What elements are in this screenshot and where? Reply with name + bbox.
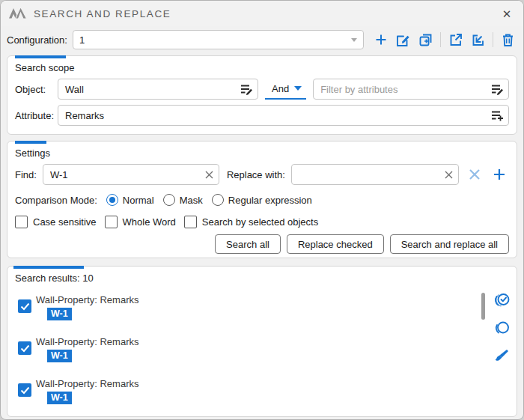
match-highlight: W-1 bbox=[47, 392, 72, 404]
search-by-selected-label: Search by selected objects bbox=[202, 216, 318, 228]
filter-by-attributes-input[interactable] bbox=[320, 84, 488, 95]
delete-configuration-button[interactable] bbox=[499, 31, 517, 49]
result-checkbox-checked[interactable] bbox=[18, 341, 31, 355]
configuration-label: Configuration: bbox=[7, 34, 67, 46]
checkbox-search-by-selected[interactable]: Search by selected objects bbox=[184, 216, 318, 228]
remove-pair-icon bbox=[468, 168, 481, 181]
checkbox-case-sensitive[interactable]: Case sensitive bbox=[15, 216, 97, 228]
result-checkbox-checked[interactable] bbox=[18, 299, 31, 313]
result-label: Wall-Property: Remarks bbox=[36, 378, 138, 390]
radio-icon bbox=[212, 194, 224, 206]
radio-normal[interactable]: Normal bbox=[106, 194, 154, 206]
replace-with-input[interactable] bbox=[299, 169, 441, 180]
active-tab-indicator bbox=[15, 55, 66, 58]
attribute-input[interactable] bbox=[65, 110, 488, 121]
configuration-combobox[interactable]: 1 bbox=[73, 30, 364, 49]
duplicate-configuration-button[interactable] bbox=[416, 31, 435, 49]
find-input-wrap bbox=[43, 164, 219, 185]
attribute-label: Attribute: bbox=[15, 110, 58, 121]
object-input[interactable] bbox=[65, 84, 237, 95]
results-toolbar bbox=[492, 290, 511, 365]
comparison-mode-label: Comparison Mode: bbox=[15, 195, 97, 206]
radio-regex-label: Regular expression bbox=[228, 195, 312, 206]
export-configuration-button[interactable] bbox=[446, 31, 465, 49]
titlebar: SEARCH AND REPLACE ✕ bbox=[1, 1, 523, 26]
attribute-row: Attribute: bbox=[15, 105, 509, 126]
radio-normal-label: Normal bbox=[123, 195, 154, 206]
match-highlight: W-1 bbox=[47, 308, 72, 320]
result-row[interactable]: Wall-Property: Remarks W-1 bbox=[18, 294, 509, 320]
check-all-icon bbox=[493, 291, 511, 309]
uncheck-all-icon bbox=[493, 319, 511, 337]
edit-list-icon[interactable] bbox=[491, 84, 504, 95]
result-row[interactable]: Wall-Property: Remarks W-1 bbox=[18, 378, 509, 404]
checkbox-icon bbox=[184, 216, 197, 228]
configuration-row: Configuration: 1 bbox=[1, 28, 523, 51]
add-pair-button[interactable] bbox=[490, 165, 509, 184]
dialog-title: SEARCH AND REPLACE bbox=[34, 8, 171, 19]
add-list-icon[interactable] bbox=[491, 110, 504, 121]
radio-selected-icon bbox=[106, 194, 118, 206]
chevron-down-icon bbox=[351, 38, 357, 42]
radio-mask-label: Mask bbox=[180, 195, 203, 206]
duplicate-icon bbox=[418, 31, 434, 48]
result-content: Wall-Property: Remarks W-1 bbox=[36, 294, 138, 320]
clear-highlight-button[interactable] bbox=[492, 346, 511, 365]
import-configuration-button[interactable] bbox=[469, 31, 487, 49]
dropdown-arrow-icon bbox=[294, 86, 302, 91]
object-row: Object: And bbox=[15, 79, 509, 100]
attribute-input-wrap bbox=[58, 105, 509, 126]
radio-regular-expression[interactable]: Regular expression bbox=[212, 194, 312, 206]
edit-list-icon[interactable] bbox=[240, 84, 253, 95]
settings-title: Settings bbox=[15, 147, 509, 159]
result-label: Wall-Property: Remarks bbox=[36, 294, 138, 306]
edit-configuration-button[interactable] bbox=[394, 31, 412, 49]
search-all-button[interactable]: Search all bbox=[215, 234, 281, 254]
active-tab-indicator bbox=[15, 141, 46, 144]
search-scope-title: Search scope bbox=[15, 62, 509, 73]
operator-dropdown[interactable]: And bbox=[265, 79, 306, 100]
check-icon bbox=[20, 344, 30, 353]
search-results-title: Search results: 10 bbox=[15, 273, 509, 284]
result-row[interactable]: Wall-Property: Remarks W-1 bbox=[18, 336, 509, 362]
find-input[interactable] bbox=[50, 169, 201, 180]
search-scope-panel: Search scope Object: And bbox=[7, 55, 517, 135]
object-label: Object: bbox=[15, 84, 58, 95]
checkbox-icon bbox=[15, 216, 28, 228]
uncheck-all-results-button[interactable] bbox=[492, 318, 511, 338]
checkbox-icon bbox=[105, 216, 118, 228]
results-scrollbar[interactable] bbox=[481, 293, 485, 320]
clear-replace-icon[interactable] bbox=[444, 170, 454, 180]
radio-icon bbox=[163, 194, 175, 206]
check-icon bbox=[20, 386, 30, 395]
clear-find-icon[interactable] bbox=[204, 170, 214, 180]
remove-pair-button[interactable] bbox=[465, 165, 484, 184]
result-label: Wall-Property: Remarks bbox=[36, 336, 138, 348]
toolbar-divider bbox=[440, 32, 441, 47]
plus-icon bbox=[374, 32, 389, 47]
search-results-panel: Search results: 10 Wall-Property: Remark… bbox=[7, 266, 517, 417]
whole-word-label: Whole Word bbox=[123, 216, 176, 228]
search-and-replace-all-button[interactable]: Search and replace all bbox=[390, 234, 509, 254]
replace-with-label: Replace with: bbox=[227, 169, 285, 180]
app-logo-icon bbox=[8, 6, 28, 21]
configuration-value: 1 bbox=[79, 34, 351, 46]
radio-mask[interactable]: Mask bbox=[163, 194, 203, 206]
results-list: Wall-Property: Remarks W-1 Wall-Property… bbox=[15, 294, 509, 404]
result-checkbox-checked[interactable] bbox=[18, 383, 31, 397]
add-pair-icon bbox=[492, 167, 507, 182]
toolbar-divider bbox=[493, 32, 493, 47]
replace-checked-button[interactable]: Replace checked bbox=[287, 234, 384, 254]
operator-value: And bbox=[272, 83, 289, 94]
configuration-toolbar bbox=[371, 31, 517, 49]
result-content: Wall-Property: Remarks W-1 bbox=[36, 378, 138, 404]
object-input-wrap bbox=[58, 79, 258, 100]
filter-input-wrap bbox=[313, 79, 509, 100]
check-all-results-button[interactable] bbox=[492, 290, 511, 310]
export-icon bbox=[448, 31, 464, 48]
checkbox-whole-word[interactable]: Whole Word bbox=[105, 216, 176, 228]
add-configuration-button[interactable] bbox=[371, 31, 390, 49]
close-button[interactable]: ✕ bbox=[496, 4, 517, 23]
search-and-replace-dialog: SEARCH AND REPLACE ✕ Configuration: 1 bbox=[0, 0, 524, 420]
options-row: Case sensitive Whole Word Search by sele… bbox=[15, 214, 509, 229]
